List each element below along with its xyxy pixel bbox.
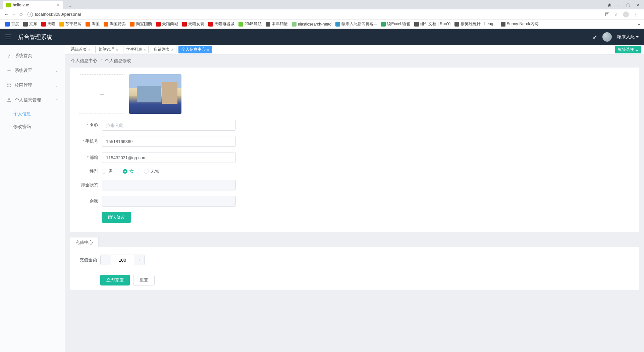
svg-rect-2 [10,84,11,85]
bookmark-item[interactable]: 组件文档 | RuoYi [413,20,451,28]
address-bar[interactable]: i localhost:8080/personal [28,12,602,17]
back-button[interactable]: ← [3,12,10,17]
bookmark-item[interactable]: 2345导航 [237,20,263,28]
avatar[interactable] [602,32,612,42]
stepper-minus-button[interactable]: − [101,255,111,265]
sidebar-item-settings[interactable]: 系统设置 ⌄ [0,63,65,78]
bookmark-item[interactable]: Sunny-Ngrok内网... [500,20,543,28]
bookmark-item[interactable]: 猿来入此新闻博客... [334,20,378,28]
bookmarks-overflow[interactable]: » [638,21,640,27]
svg-rect-4 [10,86,11,87]
hamburger-icon[interactable] [5,35,11,39]
fullscreen-icon[interactable]: ⤢ [593,34,597,40]
bookmark-item[interactable]: 本年销量 [265,20,289,28]
bookmark-item[interactable]: 天猫女装 [181,20,205,28]
bookmark-item[interactable]: 淘宝 [85,20,101,28]
sidebar-sub-personal-info[interactable]: 个人信息 [0,107,65,120]
site-info-icon[interactable]: i [28,12,33,17]
chevron-down-icon: ⌄ [55,69,58,73]
new-tab-button[interactable]: + [66,3,73,9]
bookmark-item[interactable]: 淘宝团购 [129,20,153,28]
maximize-icon[interactable]: ▢ [626,2,630,7]
gear-icon [7,68,11,73]
page-tab-active[interactable]: 个人信息中心× [178,46,212,53]
page-tab[interactable]: 店铺列表× [151,46,176,53]
submit-button[interactable]: 确认修改 [102,212,131,223]
user-menu[interactable]: 猿来入此 [617,34,639,40]
balance-label: 余额 [78,198,98,204]
bookmark-item[interactable]: 按英雄统计 - Leag... [453,20,497,28]
tab-options-button[interactable]: 标签选项 ⌄ [615,46,641,53]
close-window-icon[interactable]: ✕ [636,2,640,7]
bookmark-item[interactable]: 天猫电器城 [207,20,235,28]
recharge-submit-button[interactable]: 立即充值 [100,275,130,285]
menu-icon[interactable]: ⋮ [634,12,638,17]
recharge-amount-label: 充值金额 [78,257,97,263]
chevron-down-icon: ⌄ [635,47,639,52]
app-title: 后台管理系统 [18,33,52,41]
forward-button[interactable]: → [10,12,17,17]
stepper-plus-button[interactable]: + [134,255,144,265]
bookmark-item[interactable]: 天猫商城 [155,20,179,28]
close-icon[interactable]: × [144,48,146,52]
email-label: 邮箱 [78,155,98,161]
gender-radio-female[interactable]: 女 [123,168,134,174]
tab-title: hello-vue [13,3,29,7]
email-input[interactable] [102,152,236,163]
recharge-amount-stepper: − + [100,255,145,265]
gender-label: 性别 [78,168,98,174]
bookmark-item[interactable]: 天猫 [40,20,56,28]
balance-input [102,196,236,207]
name-input[interactable] [102,120,236,131]
recharge-amount-input[interactable] [111,255,134,265]
bookmark-item[interactable]: 读Excel·语雀 [380,20,411,28]
sidebar-sub-change-password[interactable]: 修改密码 [0,120,65,133]
avatar-preview [129,74,181,114]
svg-rect-1 [7,84,9,85]
reload-button[interactable]: ⟳ [17,12,25,17]
app-header: 后台管理系统 ⤢ 猿来入此 [0,29,644,45]
svg-point-5 [8,98,10,100]
close-icon[interactable]: × [116,48,118,52]
chevron-up-icon: ⌃ [55,98,58,102]
bookmark-item[interactable]: 京东 [22,20,38,28]
url-text: localhost:8080/personal [35,12,81,17]
phone-input[interactable] [102,136,236,147]
gender-radio-group: 男 女 未知 [102,168,159,174]
page-tab[interactable]: 菜单管理× [95,46,121,53]
chevron-down-icon [636,36,639,38]
page-tab[interactable]: 系统首页× [68,46,93,53]
deposit-input [102,180,236,190]
close-tab-icon[interactable]: × [57,2,60,8]
key-icon[interactable]: ⚿ [605,12,609,17]
gender-radio-male[interactable]: 男 [102,168,113,174]
incognito-icon: ◉ [607,2,611,7]
page-tabs: 系统首页× 菜单管理× 学生列表× 店铺列表× 个人信息中心× 标签选项 ⌄ [65,45,644,54]
star-icon[interactable]: ☆ [614,12,618,17]
username: 猿来入此 [617,34,635,40]
recharge-tab[interactable]: 充值中心 [70,237,99,248]
close-icon[interactable]: × [88,48,90,52]
bookmark-item[interactable]: 百度 [4,20,20,28]
browser-tabstrip: hello-vue × + ◉ ─ ▢ ✕ [0,0,644,9]
close-icon[interactable]: × [171,48,173,52]
page-tab[interactable]: 学生列表× [123,46,149,53]
browser-tab[interactable]: hello-vue × [3,1,63,9]
bookmark-item[interactable]: 淘宝特卖 [103,20,127,28]
window-controls: ◉ ─ ▢ ✕ [607,0,644,9]
sidebar-item-campus[interactable]: 校园管理 ⌄ [0,78,65,93]
gender-radio-unknown[interactable]: 未知 [144,168,159,174]
profile-icon[interactable] [623,11,629,17]
sidebar-item-home[interactable]: 系统首页 [0,48,65,63]
bookmark-item[interactable]: 苏宁易购 [58,20,83,28]
minimize-icon[interactable]: ─ [617,2,620,7]
deposit-label: 押金状态 [78,182,98,188]
favicon-icon [6,3,11,7]
sidebar-item-personal[interactable]: 个人信息管理 ⌃ [0,93,65,107]
bookmark-item[interactable]: elasticsearch-head [291,21,333,27]
grid-icon [7,83,11,88]
chevron-down-icon: ⌄ [55,84,58,87]
close-icon[interactable]: × [207,48,209,52]
recharge-reset-button[interactable]: 重置 [133,275,155,285]
upload-avatar-button[interactable]: + [79,74,125,114]
